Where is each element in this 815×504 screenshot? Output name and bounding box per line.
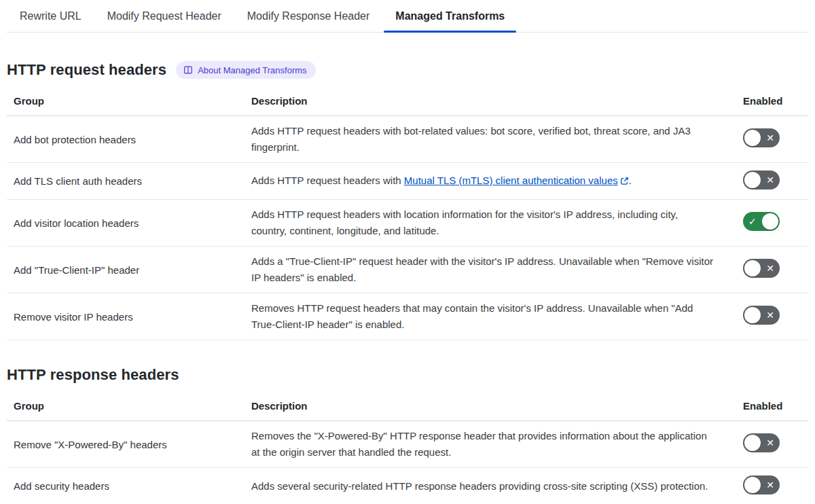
description-cell: Adds several security-related HTTP respo… <box>244 478 736 494</box>
tab-modify-request-header[interactable]: Modify Request Header <box>94 0 234 32</box>
column-header-enabled: Enabled <box>736 95 808 107</box>
x-icon: ✕ <box>766 310 774 320</box>
request-headers-section: HTTP request headers About Managed Trans… <box>0 61 815 340</box>
toggle-knob <box>744 130 761 146</box>
tab-bar: Rewrite URL Modify Request Header Modify… <box>7 0 808 33</box>
toggle-knob <box>744 435 761 451</box>
column-header-group: Group <box>7 95 244 107</box>
toggle-knob <box>744 172 761 188</box>
toggle-add-security-headers[interactable]: ✓ ✕ <box>743 475 780 494</box>
toggle-add-tls-client-auth-headers[interactable]: ✓ ✕ <box>743 170 780 190</box>
column-header-enabled: Enabled <box>736 400 808 412</box>
toggle-knob <box>744 477 761 493</box>
response-section-title: HTTP response headers <box>7 366 179 384</box>
toggle-remove-visitor-ip-headers[interactable]: ✓ ✕ <box>743 306 780 325</box>
mtls-link[interactable]: Mutual TLS (mTLS) client authentication … <box>404 175 618 186</box>
x-icon: ✕ <box>766 175 774 185</box>
toggle-knob <box>762 213 778 230</box>
table-row: Add security headers Adds several securi… <box>7 468 808 504</box>
group-cell: Add security headers <box>7 480 244 492</box>
group-cell: Add TLS client auth headers <box>7 175 244 187</box>
description-cell: Adds a "True-Client-IP" request header w… <box>244 253 736 286</box>
x-icon: ✕ <box>766 438 774 448</box>
external-link-icon <box>620 176 629 187</box>
group-cell: Add visitor location headers <box>7 217 244 229</box>
column-header-description: Description <box>244 400 736 412</box>
book-icon <box>183 65 193 75</box>
description-cell: Adds HTTP request headers with bot-relat… <box>244 123 736 156</box>
group-cell: Add bot protection headers <box>7 134 244 145</box>
description-cell: Adds HTTP request headers with location … <box>244 206 736 239</box>
table-row: Add TLS client auth headers Adds HTTP re… <box>7 163 808 200</box>
about-managed-transforms-badge[interactable]: About Managed Transforms <box>176 61 315 79</box>
table-header-row: Group Description Enabled <box>7 392 808 421</box>
column-header-description: Description <box>244 95 736 107</box>
group-cell: Add "True-Client-IP" header <box>7 264 244 276</box>
response-headers-section: HTTP response headers Group Description … <box>0 366 815 504</box>
description-cell: Removes the "X-Powered-By" HTTP response… <box>244 428 736 461</box>
description-text: Adds HTTP request headers with <box>251 175 404 186</box>
tab-rewrite-url[interactable]: Rewrite URL <box>7 0 94 32</box>
table-row: Add bot protection headers Adds HTTP req… <box>7 116 808 163</box>
toggle-remove-x-powered-by-headers[interactable]: ✓ ✕ <box>743 433 780 452</box>
table-row: Add "True-Client-IP" header Adds a "True… <box>7 247 808 293</box>
table-header-row: Group Description Enabled <box>7 87 808 116</box>
request-headers-table: Group Description Enabled Add bot protec… <box>7 87 808 340</box>
toggle-add-visitor-location-headers[interactable]: ✓ ✕ <box>743 212 780 231</box>
description-text: . <box>629 175 632 186</box>
x-icon: ✕ <box>766 480 774 490</box>
tab-modify-response-header[interactable]: Modify Response Header <box>234 0 383 32</box>
toggle-add-true-client-ip-header[interactable]: ✓ ✕ <box>743 259 780 278</box>
group-cell: Remove "X-Powered-By" headers <box>7 439 244 450</box>
request-section-title: HTTP request headers <box>7 61 166 79</box>
column-header-group: Group <box>7 400 244 412</box>
description-cell: Adds HTTP request headers with Mutual TL… <box>244 173 736 190</box>
table-row: Add visitor location headers Adds HTTP r… <box>7 200 808 247</box>
tab-managed-transforms[interactable]: Managed Transforms <box>382 0 518 32</box>
toggle-knob <box>744 260 761 276</box>
toggle-add-bot-protection-headers[interactable]: ✓ ✕ <box>743 128 780 147</box>
table-row: Remove "X-Powered-By" headers Removes th… <box>7 421 808 468</box>
description-cell: Removes HTTP request headers that may co… <box>244 300 736 333</box>
table-row: Remove visitor IP headers Removes HTTP r… <box>7 293 808 340</box>
badge-label: About Managed Transforms <box>198 66 306 75</box>
check-icon: ✓ <box>748 217 757 226</box>
group-cell: Remove visitor IP headers <box>7 311 244 323</box>
x-icon: ✕ <box>766 133 774 143</box>
x-icon: ✕ <box>766 264 774 273</box>
response-headers-table: Group Description Enabled Remove "X-Powe… <box>7 392 808 504</box>
toggle-knob <box>744 307 761 323</box>
